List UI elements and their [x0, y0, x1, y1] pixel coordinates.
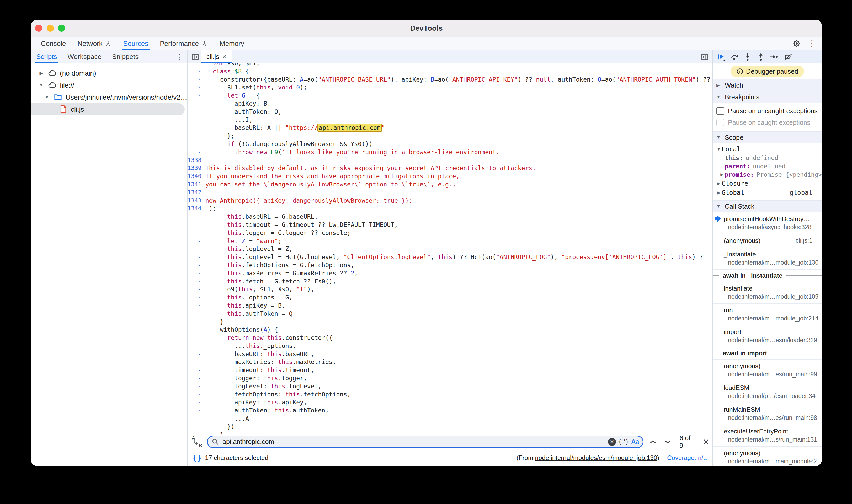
code-line[interactable]: 1344`); [188, 204, 712, 213]
line-gutter[interactable]: - [188, 310, 204, 318]
code-line[interactable]: - withOptions(A) { [188, 326, 712, 334]
code-line[interactable]: - }) [188, 423, 712, 431]
call-stack-frame[interactable]: (anonymous)cli.js:1 [713, 234, 822, 248]
main-tab-memory[interactable]: Memory [214, 37, 250, 50]
code-line[interactable]: 1338 [188, 156, 712, 164]
code-line[interactable]: - this._options = G, [188, 293, 712, 302]
line-gutter[interactable]: - [188, 269, 204, 277]
code-line[interactable]: - fetchOptions: this.fetchOptions, [188, 391, 712, 399]
source-code-viewer[interactable]: var Xs0, $F1;- class $8 {- constructor({… [188, 64, 712, 434]
clear-search-icon[interactable]: ✕ [608, 438, 616, 446]
code-line[interactable]: - authToken: Q, [188, 108, 712, 116]
code-line[interactable]: - let G = { [188, 91, 712, 100]
match-case-toggle[interactable]: Aa [632, 438, 639, 445]
line-gutter[interactable]: - [188, 358, 204, 366]
next-match-icon[interactable] [662, 436, 673, 447]
breakpoints-section-header[interactable]: ▼ Breakpoints [713, 91, 822, 103]
code-line[interactable]: 1342 [188, 188, 712, 197]
source-mapping-link[interactable]: node:internal/modules/esm/module_job:130 [535, 454, 657, 461]
line-gutter[interactable]: - [188, 124, 204, 132]
line-gutter[interactable]: - [188, 116, 204, 124]
code-line[interactable]: - } [188, 431, 712, 434]
step-over-icon[interactable] [728, 51, 741, 62]
code-line[interactable]: - $F1.set(this, void 0); [188, 84, 712, 91]
line-gutter[interactable]: - [188, 382, 204, 391]
line-gutter[interactable]: - [188, 398, 204, 407]
line-gutter[interactable]: - [188, 374, 204, 382]
line-gutter[interactable]: - [188, 91, 204, 100]
code-line[interactable]: 1341you can set the \`dangerouslyAllowBr… [188, 180, 712, 188]
code-line[interactable]: - timeout: this.timeout, [188, 366, 712, 374]
hide-navigator-icon[interactable] [190, 51, 201, 62]
line-gutter[interactable]: - [188, 132, 204, 140]
pretty-print-icon[interactable]: { } [193, 454, 201, 462]
code-line[interactable]: - this.logLevel = Hc1(G.logLevel, "Clien… [188, 253, 712, 261]
settings-gear-icon[interactable] [791, 38, 802, 49]
code-line[interactable]: var Xs0, $F1; [188, 64, 712, 67]
code-line[interactable]: - this.maxRetries = G.maxRetries ?? 2, [188, 269, 712, 277]
scope-section-header[interactable]: ▼ Scope [713, 131, 822, 143]
chevron-right-icon[interactable]: ▶ [716, 181, 722, 186]
line-gutter[interactable]: - [188, 67, 204, 75]
call-stack-frame[interactable]: _instantiatenode:internal/m…module_job:1… [713, 248, 822, 270]
deactivate-breakpoints-icon[interactable] [782, 51, 794, 62]
line-gutter[interactable]: - [188, 366, 204, 374]
step-into-icon[interactable] [742, 51, 753, 62]
navigator-tab-snippets[interactable]: Snippets [107, 50, 144, 63]
code-line[interactable]: - authToken: this.authToken, [188, 407, 712, 415]
replace-toggle-icon[interactable]: A B [191, 436, 203, 448]
tree-item-cli-js[interactable]: cli.js [31, 103, 185, 115]
line-gutter[interactable]: - [188, 261, 204, 269]
navigator-tab-workspace[interactable]: Workspace [62, 50, 107, 63]
scope-variable-parent[interactable]: parent:undefined [713, 162, 822, 170]
line-gutter[interactable]: 1338 [188, 156, 204, 164]
line-gutter[interactable] [188, 64, 204, 67]
call-stack-frame[interactable]: executeUserEntryPointnode:internal/m…s/r… [713, 425, 822, 447]
watch-section-header[interactable]: ▶ Watch [713, 79, 822, 91]
line-gutter[interactable]: 1339 [188, 164, 204, 172]
close-tab-icon[interactable]: × [223, 53, 226, 61]
main-tab-performance[interactable]: Performance [154, 37, 214, 50]
scope-group-global[interactable]: ▶Globalglobal [713, 188, 822, 197]
main-tab-console[interactable]: Console [35, 37, 72, 50]
line-gutter[interactable]: - [188, 342, 204, 350]
line-gutter[interactable]: - [188, 302, 204, 310]
main-tab-sources[interactable]: Sources [118, 37, 154, 50]
more-options-kebab-icon[interactable]: ⋮ [806, 38, 818, 49]
code-line[interactable]: - }; [188, 132, 712, 140]
code-line[interactable]: - class $8 { [188, 67, 712, 75]
line-gutter[interactable]: - [188, 350, 204, 358]
line-gutter[interactable]: - [188, 75, 204, 84]
step-icon[interactable] [768, 51, 780, 62]
scope-group-closure[interactable]: ▶Closure [713, 179, 822, 188]
main-tab-network[interactable]: Network [72, 37, 117, 50]
line-gutter[interactable]: - [188, 213, 204, 221]
code-line[interactable]: - o9(this, $F1, Xs0, "f"), [188, 285, 712, 293]
line-gutter[interactable]: - [188, 318, 204, 326]
tree-item-users-jinhuilee-nvm-versions-node-v2-[interactable]: ▼Users/jinhuilee/.nvm/versions/node/v2… [31, 91, 187, 103]
chevron-right-icon[interactable]: ▶ [38, 71, 45, 76]
chevron-down-icon[interactable]: ▼ [716, 147, 722, 151]
line-gutter[interactable]: - [188, 407, 204, 415]
coverage-link[interactable]: Coverage: n/a [667, 454, 707, 462]
line-gutter[interactable]: - [188, 84, 204, 91]
step-out-icon[interactable] [755, 51, 767, 62]
scope-group-local[interactable]: ▼Local [713, 144, 822, 154]
code-line[interactable]: - if (!G.dangerouslyAllowBrowser && Ys0(… [188, 140, 712, 148]
search-input[interactable]: api.anthropic.com ✕ (.*) Aa [207, 435, 643, 448]
previous-match-icon[interactable] [647, 436, 658, 447]
code-line[interactable]: - logLevel: this.logLevel, [188, 382, 712, 391]
code-line[interactable]: - this.apiKey = B, [188, 302, 712, 310]
call-stack-frame[interactable]: loadESMnode:internal/p…/esm_loader:34 [713, 381, 822, 403]
code-line[interactable]: - apiKey: this.apiKey, [188, 398, 712, 407]
call-stack-frame[interactable]: (anonymous)node:internal/m…main_module:2 [713, 447, 822, 466]
line-gutter[interactable]: 1344 [188, 204, 204, 213]
code-line[interactable]: - this.baseURL = G.baseURL, [188, 213, 712, 221]
line-gutter[interactable]: - [188, 277, 204, 286]
line-gutter[interactable]: - [188, 415, 204, 423]
code-line[interactable]: - throw new L9(`It looks like you're run… [188, 148, 712, 156]
resume-icon[interactable] [715, 51, 727, 62]
tree-item--no-domain-[interactable]: ▶(no domain) [31, 67, 187, 79]
code-line[interactable]: - baseURL: A || "https://api.anthropic.c… [188, 124, 712, 132]
call-stack-frame[interactable]: importnode:internal/m…esm/loader:329 [713, 325, 822, 347]
